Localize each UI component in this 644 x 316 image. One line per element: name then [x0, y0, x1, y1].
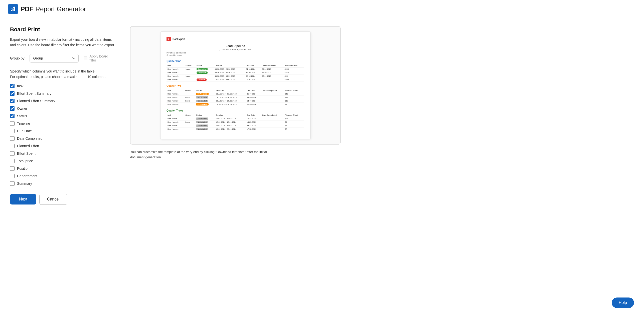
checkbox-item-total_price[interactable]: Total price — [10, 159, 115, 163]
checkbox-label-planned_effort: Planned Effort — [17, 144, 39, 148]
apply-filter-checkbox[interactable] — [84, 56, 88, 60]
checkbox-date_completed[interactable] — [10, 136, 15, 141]
table-row: Deal Name 3LauraNot started18.12.2023 - … — [167, 99, 304, 103]
checkbox-item-planned_effort_summary[interactable]: Planned Effort Summary — [10, 99, 115, 103]
svg-rect-0 — [11, 10, 12, 11]
preview-table: taskOwnerStatusTimelineDue DateDate Comp… — [167, 89, 304, 106]
columns-label: Specify which columns you want to includ… — [10, 68, 115, 80]
checkbox-label-owner: Owner — [17, 106, 27, 110]
table-row: Deal Name 4Not started15.02.2024 - 20.02… — [167, 128, 304, 131]
checkbox-label-departement: Departement — [17, 174, 37, 178]
checkbox-list: taskEffort Spent SummaryPlanned Effort S… — [10, 84, 115, 186]
checkbox-label-position: Position — [17, 166, 30, 170]
left-panel: Board Print Export your board view in ta… — [10, 26, 115, 205]
checkbox-item-timeline[interactable]: Timeline — [10, 121, 115, 126]
checkbox-planned_effort_summary[interactable] — [10, 99, 15, 103]
checkbox-label-effort_spent: Effort Spent — [17, 152, 36, 156]
checkbox-effort_spent_summary[interactable] — [10, 91, 15, 96]
checkbox-departement[interactable] — [10, 174, 15, 178]
checkbox-item-date_completed[interactable]: Date Completed — [10, 136, 115, 141]
table-row: Deal Name 2Complete23.10.2023 - 27.10.20… — [167, 71, 304, 74]
next-button[interactable]: Next — [10, 194, 36, 204]
svg-rect-1 — [13, 8, 14, 11]
checkbox-label-date_completed: Date Completed — [17, 136, 42, 140]
checkbox-summary[interactable] — [10, 181, 15, 186]
table-row: Deal Name 3Not started14.02.2024 - 16.02… — [167, 124, 304, 128]
cancel-button[interactable]: Cancel — [39, 194, 67, 205]
table-row: Deal Name 1Not started05.02.2024 - 19.02… — [167, 117, 304, 120]
checkbox-total_price[interactable] — [10, 159, 15, 163]
checkbox-label-planned_effort_summary: Planned Effort Summary — [17, 99, 55, 103]
preview-table: taskOwnerStatusTimelineDue DateDate Comp… — [167, 64, 304, 82]
app-logo-icon — [8, 4, 18, 14]
preview-doc-title: Lead Pipeline — [167, 44, 304, 48]
checkbox-owner[interactable] — [10, 106, 15, 111]
checkbox-effort_spent[interactable] — [10, 151, 15, 156]
preview-document: D DocExport Lead Pipeline Q1-4 Lead Summ… — [160, 32, 310, 139]
checkbox-timeline[interactable] — [10, 121, 15, 126]
preview-section-title: Quarter Two — [167, 84, 304, 87]
app-title: PDF Report Generator — [21, 5, 86, 13]
page-title: Board Print — [10, 26, 115, 33]
checkbox-due_date[interactable] — [10, 129, 15, 133]
checkbox-label-timeline: Timeline — [17, 122, 30, 126]
app-header: PDF Report Generator — [0, 0, 644, 18]
app-logo: PDF Report Generator — [8, 4, 86, 14]
group-by-row: Group by Group Status Owner Apply board … — [10, 54, 115, 62]
checkbox-item-due_date[interactable]: Due Date — [10, 129, 115, 133]
help-button[interactable]: Help — [612, 298, 634, 308]
table-row: Deal Name 1In Progress29.11.2023 - 01.12… — [167, 92, 304, 96]
group-by-select[interactable]: Group Status Owner — [30, 54, 79, 62]
checkbox-label-status: Status — [17, 114, 27, 118]
svg-rect-2 — [14, 7, 15, 11]
apply-filter-label: Apply board filter — [89, 54, 115, 62]
preview-logo-row: D DocExport — [167, 37, 304, 41]
table-row: Deal Name 1LauraComplete06.10.2023 - 20.… — [167, 68, 304, 71]
checkbox-item-status[interactable]: Status — [10, 114, 115, 118]
checkbox-item-effort_spent[interactable]: Effort Spent — [10, 151, 115, 156]
button-row: Next Cancel — [10, 194, 115, 205]
checkbox-item-planned_effort[interactable]: Planned Effort — [10, 144, 115, 148]
table-row: Deal Name 2LauraNot started12.02.2024 - … — [167, 120, 304, 124]
table-row: Deal Name 2LauraNot started04.12.2023 - … — [167, 96, 304, 99]
preview-note: You can customize the template at the ve… — [130, 150, 275, 160]
checkbox-label-total_price: Total price — [17, 159, 33, 163]
page-description: Export your board view in tabular format… — [10, 37, 115, 48]
preview-section-title: Quarter One — [167, 60, 304, 62]
checkbox-label-task: task — [17, 84, 24, 88]
checkbox-planned_effort[interactable] — [10, 144, 15, 148]
table-row: Deal Name 4In Progress08.01.2024 - 18.01… — [167, 103, 304, 106]
preview-meta: Print from 25.04.2024 Created by Laura — [167, 52, 304, 56]
preview-doc-subtitle: Q1-4 Lead Summary Sales Team — [167, 48, 304, 51]
preview-section-title: Quarter Three — [167, 109, 304, 112]
preview-logo-text: DocExport — [173, 38, 185, 40]
preview-card: D DocExport Lead Pipeline Q1-4 Lead Summ… — [130, 26, 341, 144]
checkbox-position[interactable] — [10, 166, 15, 171]
preview-doc-icon: D — [167, 37, 171, 41]
main-content: Board Print Export your board view in ta… — [0, 18, 351, 213]
table-row: Deal Name 3Laura30.10.2023 - 03.11.20232… — [167, 74, 304, 78]
checkbox-label-effort_spent_summary: Effort Spent Summary — [17, 92, 51, 96]
checkbox-status[interactable] — [10, 114, 15, 118]
checkbox-item-position[interactable]: Position — [10, 166, 115, 171]
table-row: Deal Name 4Overdue16.11.2023 - 23.01.202… — [167, 78, 304, 82]
right-panel: D DocExport Lead Pipeline Q1-4 Lead Summ… — [130, 26, 341, 205]
checkbox-task[interactable] — [10, 84, 15, 88]
checkbox-label-due_date: Due Date — [17, 129, 32, 133]
checkbox-item-owner[interactable]: Owner — [10, 106, 115, 111]
checkbox-label-summary: Summary — [17, 182, 32, 186]
checkbox-item-summary[interactable]: Summary — [10, 181, 115, 186]
checkbox-item-effort_spent_summary[interactable]: Effort Spent Summary — [10, 91, 115, 96]
preview-table: taskOwnerStatusTimelineDue DateDate Comp… — [167, 114, 304, 131]
checkbox-item-task[interactable]: task — [10, 84, 115, 88]
preview-sections: Quarter OnetaskOwnerStatusTimelineDue Da… — [167, 60, 304, 131]
checkbox-item-departement[interactable]: Departement — [10, 174, 115, 178]
apply-filter-row: Apply board filter — [84, 54, 115, 62]
group-by-label: Group by — [10, 56, 25, 60]
